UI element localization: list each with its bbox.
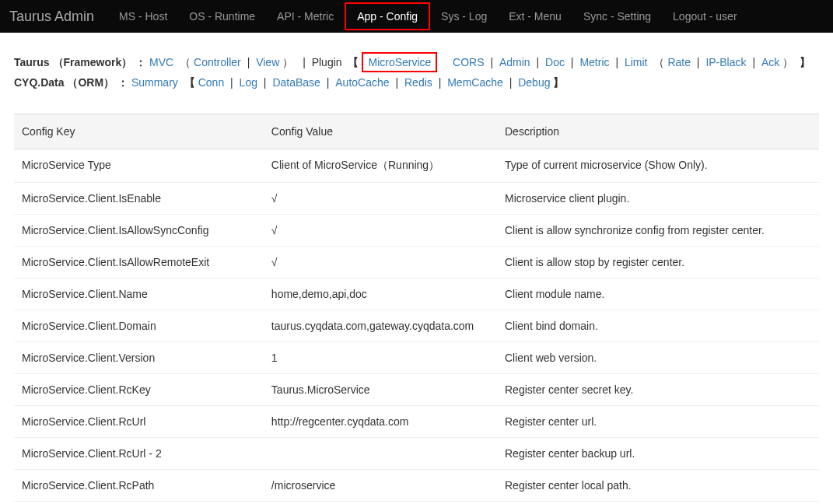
- link-ack[interactable]: Ack: [761, 56, 779, 68]
- cell-value: Taurus.MicroService: [264, 374, 497, 406]
- paren-open: （: [180, 56, 191, 68]
- link-mvc[interactable]: MVC: [149, 56, 173, 68]
- navbar-items: MS - HostOS - RuntimeAPI - MetricApp - C…: [108, 2, 748, 30]
- table-row: MicroService.Client.RcUrl - 2Register ce…: [14, 438, 819, 470]
- paren-close: ）: [282, 56, 293, 68]
- bracket-close: 】: [800, 56, 810, 68]
- link-microservice[interactable]: MicroService: [362, 52, 437, 72]
- table-row: MicroService TypeClient of MicroService（…: [14, 149, 819, 183]
- navbar-item-os-runtime[interactable]: OS - Runtime: [178, 2, 266, 30]
- cell-value: 1: [264, 342, 497, 374]
- cell-key: MicroService.Client.IsAllowRemoteExit: [14, 247, 264, 278]
- config-table-body: MicroService TypeClient of MicroService（…: [14, 149, 819, 502]
- paren-close: ）: [782, 56, 793, 68]
- cell-key: MicroService.Client.Domain: [14, 310, 264, 342]
- cell-value: √: [264, 183, 497, 215]
- separator: |: [752, 56, 758, 68]
- cell-value: √: [264, 247, 497, 278]
- table-row: MicroService.Client.IsAllowSyncConfig√Cl…: [14, 215, 819, 247]
- separator: |: [537, 56, 543, 68]
- separator: |: [571, 56, 577, 68]
- table-row: MicroService.Client.Version1Client web v…: [14, 342, 819, 374]
- cell-desc: Client web version.: [497, 342, 819, 374]
- cell-value: √: [264, 215, 497, 247]
- cell-desc: Register center url.: [497, 406, 819, 438]
- cell-desc: Register center backup url.: [497, 438, 819, 470]
- navbar-item-sys-log[interactable]: Sys - Log: [430, 2, 498, 30]
- bracket-close: 】: [553, 76, 564, 89]
- cell-desc: Type of current microservice (Show Only)…: [497, 149, 819, 183]
- link-conn[interactable]: Conn: [198, 76, 224, 89]
- cell-key: MicroService.Client.RcPath: [14, 470, 264, 502]
- cell-key: MicroService Type: [14, 149, 264, 183]
- link-admin[interactable]: Admin: [499, 56, 530, 68]
- separator: |: [697, 56, 703, 68]
- cell-desc: Client is allow stop by register center.: [497, 247, 819, 278]
- table-row: MicroService.Client.RcKeyTaurus.MicroSer…: [14, 374, 819, 406]
- link-doc[interactable]: Doc: [545, 56, 565, 68]
- separator: |: [395, 76, 401, 89]
- navbar-item-sync-setting[interactable]: Sync - Setting: [572, 2, 662, 30]
- link-debug[interactable]: Debug: [518, 76, 550, 89]
- link-ipblack[interactable]: IP-Black: [705, 56, 746, 68]
- table-row: MicroService.Client.Namehome,demo,api,do…: [14, 278, 819, 310]
- cell-key: MicroService.Client.Version: [14, 342, 264, 374]
- separator: |: [230, 76, 236, 89]
- link-summary[interactable]: Summary: [131, 76, 178, 89]
- separator: |: [490, 56, 496, 68]
- config-table: Config Key Config Value Description Micr…: [14, 114, 819, 502]
- separator: |: [615, 56, 621, 68]
- separator: |: [303, 56, 309, 68]
- navbar-item-ms-host[interactable]: MS - Host: [108, 2, 178, 30]
- cell-key: MicroService.Client.RcUrl - 2: [14, 438, 264, 470]
- table-row: MicroService.Client.IsAllowRemoteExit√Cl…: [14, 247, 819, 278]
- separator: |: [247, 56, 254, 68]
- breadcrumb-orm: CYQ.Data （ORM） ： Summary 【Conn | Log | D…: [14, 76, 819, 90]
- cell-key: MicroService.Client.RcUrl: [14, 406, 264, 438]
- cell-value: /microservice: [264, 470, 497, 502]
- breadcrumb-framework: Taurus （Framework） ： MVC （Controller | V…: [14, 56, 819, 70]
- link-controller[interactable]: Controller: [194, 56, 241, 68]
- separator: |: [327, 76, 333, 89]
- cell-value: Client of MicroService（Running）: [264, 149, 497, 183]
- cell-desc: Register center local path.: [497, 470, 819, 502]
- link-view[interactable]: View: [256, 56, 279, 68]
- cell-desc: Register center secret key.: [497, 374, 819, 406]
- th-description: Description: [497, 114, 819, 149]
- navbar-item-api-metric[interactable]: API - Metric: [266, 2, 345, 30]
- breadcrumb1-prefix: Taurus （Framework） ：: [14, 56, 146, 68]
- link-database[interactable]: DataBase: [272, 76, 320, 89]
- cell-value: [264, 438, 497, 470]
- top-navbar: Taurus Admin MS - HostOS - RuntimeAPI - …: [0, 0, 833, 33]
- content-area: Taurus （Framework） ： MVC （Controller | V…: [0, 33, 833, 504]
- cell-key: MicroService.Client.IsAllowSyncConfig: [14, 215, 264, 247]
- separator: |: [264, 76, 270, 89]
- link-rate[interactable]: Rate: [667, 56, 691, 68]
- separator: |: [439, 76, 445, 89]
- bracket-open: 【: [348, 56, 359, 68]
- navbar-brand: Taurus Admin: [9, 9, 94, 25]
- link-log[interactable]: Log: [240, 76, 257, 89]
- label-plugin: Plugin: [312, 56, 342, 68]
- separator: |: [509, 76, 516, 89]
- cell-key: MicroService.Client.Name: [14, 278, 264, 310]
- breadcrumb2-prefix: CYQ.Data （ORM） ：: [14, 76, 128, 89]
- cell-value: http://regcenter.cyqdata.com: [264, 406, 497, 438]
- config-table-wrap: Config Key Config Value Description Micr…: [14, 114, 819, 502]
- th-config-key: Config Key: [14, 114, 264, 149]
- link-autocache[interactable]: AutoCache: [335, 76, 389, 89]
- table-row: MicroService.Client.RcPath/microserviceR…: [14, 470, 819, 502]
- navbar-item-ext-menu[interactable]: Ext - Menu: [498, 2, 572, 30]
- link-metric[interactable]: Metric: [579, 56, 609, 68]
- paren-open: （: [653, 56, 664, 68]
- cell-value: taurus.cyqdata.com,gateway.cyqdata.com: [264, 310, 497, 342]
- navbar-item-app-config[interactable]: App - Config: [345, 2, 430, 30]
- link-memcache[interactable]: MemCache: [447, 76, 503, 89]
- table-row: MicroService.Client.IsEnable√Microservic…: [14, 183, 819, 215]
- link-limit[interactable]: Limit: [625, 56, 648, 68]
- navbar-item-logout-user[interactable]: Logout - user: [662, 2, 748, 30]
- link-redis[interactable]: Redis: [404, 76, 432, 89]
- cell-desc: Client module name.: [497, 278, 819, 310]
- separator: [443, 56, 450, 68]
- link-cors[interactable]: CORS: [453, 56, 484, 68]
